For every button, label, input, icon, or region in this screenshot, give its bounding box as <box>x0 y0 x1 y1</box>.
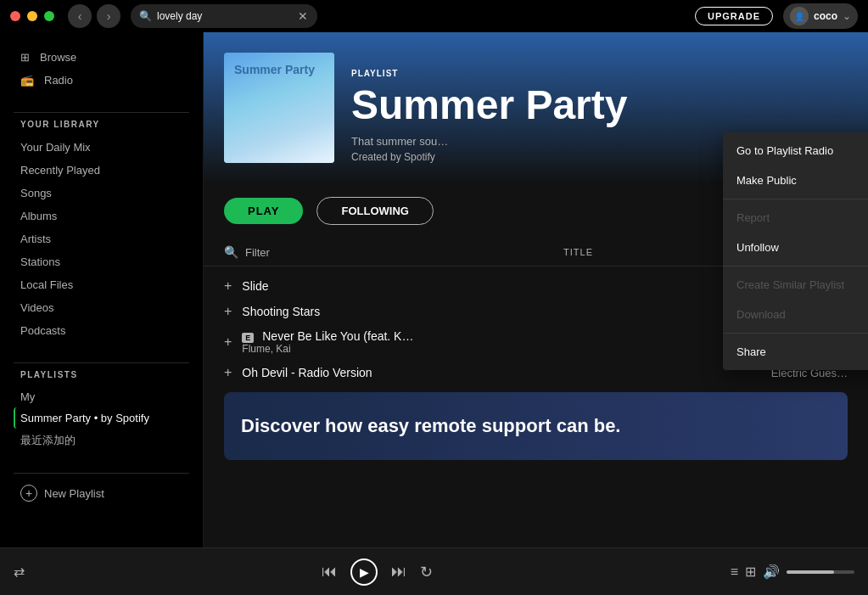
sidebar-albums-label: Albums <box>20 210 57 222</box>
sidebar-recently-played-label: Recently Played <box>20 164 100 177</box>
volume-bar[interactable] <box>787 570 854 574</box>
maximize-button[interactable] <box>44 11 54 21</box>
search-icon: 🔍 <box>139 10 152 22</box>
playlist-type-label: PLAYLIST <box>351 69 848 78</box>
menu-label-create-similar: Create Similar Playlist <box>736 278 844 291</box>
menu-label-share: Share <box>736 345 766 358</box>
menu-item-share[interactable]: Share › <box>723 337 868 367</box>
right-view-buttons: ≡ ⊞ <box>731 564 756 580</box>
sidebar-item-podcasts[interactable]: Podcasts <box>14 319 189 342</box>
sidebar-nav-section: ⊞ Browse 📻 Radio <box>0 46 203 92</box>
menu-label-go-to-radio: Go to Playlist Radio <box>736 144 833 157</box>
track-name-3: Oh Devil - Radio Version <box>242 366 760 379</box>
playlist-title: Summer Party <box>351 83 848 128</box>
sidebar-item-radio[interactable]: 📻 Radio <box>14 69 189 92</box>
menu-item-report: Report <box>723 203 868 233</box>
sidebar-library-section: YOUR LIBRARY Your Daily Mix Recently Pla… <box>0 120 203 342</box>
track-name-1: Shooting Stars <box>242 305 776 318</box>
sidebar-divider-3 <box>14 473 189 474</box>
sidebar-item-daily-mix[interactable]: Your Daily Mix <box>14 136 189 159</box>
skip-forward-button[interactable]: ⏭ <box>391 563 406 581</box>
skip-back-button[interactable]: ⏮ <box>322 563 337 581</box>
sidebar-divider-2 <box>14 362 189 363</box>
sidebar-item-recent[interactable]: 最近添加的 <box>14 429 189 452</box>
sidebar-local-files-label: Local Files <box>20 278 73 291</box>
my-playlist-label: My <box>20 390 35 403</box>
following-button[interactable]: FOLLOWING <box>316 197 433 225</box>
sidebar-item-browse[interactable]: ⊞ Browse <box>14 46 189 69</box>
shuffle-button[interactable]: ⇄ <box>14 564 25 580</box>
back-button[interactable]: ‹ <box>68 4 92 28</box>
volume-fill <box>787 570 834 574</box>
play-button[interactable]: PLAY <box>224 198 303 224</box>
sidebar-item-videos[interactable]: Videos <box>14 296 189 319</box>
sidebar-songs-label: Songs <box>20 187 52 199</box>
summer-party-label: Summer Party • by Spotify <box>20 412 149 424</box>
sidebar-item-stations[interactable]: Stations <box>14 250 189 273</box>
menu-item-download: Download <box>723 300 868 329</box>
context-menu: Go to Playlist Radio Make Public Report … <box>723 132 868 370</box>
ad-text: Discover how easy remote support can be. <box>241 415 620 437</box>
menu-divider-3 <box>723 333 868 334</box>
sidebar-item-artists[interactable]: Artists <box>14 227 189 250</box>
play-pause-button[interactable]: ▶ <box>350 559 378 586</box>
sidebar-item-local-files[interactable]: Local Files <box>14 273 189 296</box>
upgrade-button[interactable]: UPGRADE <box>695 7 773 25</box>
recent-playlist-label: 最近添加的 <box>20 433 76 448</box>
menu-item-make-public[interactable]: Make Public <box>723 166 868 195</box>
playlists-label: PLAYLISTS <box>14 370 189 379</box>
list-view-button[interactable]: ≡ <box>731 564 738 580</box>
track-add-icon-1[interactable]: + <box>224 304 232 319</box>
menu-item-create-similar: Create Similar Playlist <box>723 270 868 300</box>
repeat-button[interactable]: ↻ <box>420 563 433 581</box>
menu-divider-2 <box>723 266 868 267</box>
track-info-1: Shooting Stars <box>242 305 776 318</box>
plus-circle-icon: + <box>20 485 37 502</box>
user-area[interactable]: 👤 coco ⌄ <box>783 3 858 29</box>
forward-button[interactable]: › <box>97 4 120 28</box>
sidebar-artists-label: Artists <box>20 233 51 245</box>
browse-icon: ⊞ <box>20 51 30 64</box>
cover-overlay-text: Summer Party <box>234 63 315 76</box>
menu-label-report: Report <box>736 211 770 224</box>
sidebar-videos-label: Videos <box>20 301 54 314</box>
sidebar-item-songs[interactable]: Songs <box>14 182 189 205</box>
chevron-down-icon: ⌄ <box>843 10 851 22</box>
sidebar-item-albums[interactable]: Albums <box>14 205 189 227</box>
ad-banner: Discover how easy remote support can be. <box>224 392 848 460</box>
new-playlist-button[interactable]: + New Playlist <box>0 480 203 506</box>
search-clear-button[interactable]: ✕ <box>298 9 308 23</box>
main-layout: ⊞ Browse 📻 Radio YOUR LIBRARY Your Daily… <box>0 32 868 547</box>
search-input[interactable] <box>157 10 293 22</box>
sidebar-playlists-section: PLAYLISTS My Summer Party • by Spotify 最… <box>0 370 203 452</box>
sidebar-daily-mix-label: Your Daily Mix <box>20 141 91 154</box>
playlist-cover-art: Summer Party <box>224 53 334 163</box>
menu-item-unfollow[interactable]: Unfollow <box>723 233 868 262</box>
sidebar-item-summer-party[interactable]: Summer Party • by Spotify <box>14 407 189 429</box>
avatar: 👤 <box>790 7 809 25</box>
filter-area: 🔍 Filter <box>224 245 270 259</box>
close-button[interactable] <box>10 11 20 21</box>
sidebar-stations-label: Stations <box>20 255 60 268</box>
playlist-cover: Summer Party <box>224 53 334 163</box>
your-library-label: YOUR LIBRARY <box>14 120 189 129</box>
track-add-icon-0[interactable]: + <box>224 278 232 294</box>
track-add-icon-3[interactable]: + <box>224 365 232 380</box>
grid-view-button[interactable]: ⊞ <box>745 564 756 580</box>
sidebar-item-my-playlist[interactable]: My <box>14 386 189 407</box>
sidebar-browse-label: Browse <box>40 51 76 64</box>
filter-label: Filter <box>245 246 270 259</box>
titlebar: ‹ › 🔍 ✕ UPGRADE 👤 coco ⌄ <box>0 0 868 32</box>
sidebar-divider-1 <box>14 112 189 113</box>
minimize-button[interactable] <box>27 11 37 21</box>
menu-divider-1 <box>723 199 868 199</box>
menu-item-go-to-radio[interactable]: Go to Playlist Radio <box>723 136 868 166</box>
track-add-icon-2[interactable]: + <box>224 334 232 350</box>
volume-area: ≡ ⊞ 🔊 <box>731 564 854 580</box>
sidebar-item-recently-played[interactable]: Recently Played <box>14 159 189 182</box>
header-right: UPGRADE 👤 coco ⌄ <box>695 3 858 29</box>
filter-icon: 🔍 <box>224 245 238 259</box>
menu-label-unfollow: Unfollow <box>736 241 779 254</box>
radio-icon: 📻 <box>20 74 34 87</box>
new-playlist-label: New Playlist <box>44 487 104 500</box>
